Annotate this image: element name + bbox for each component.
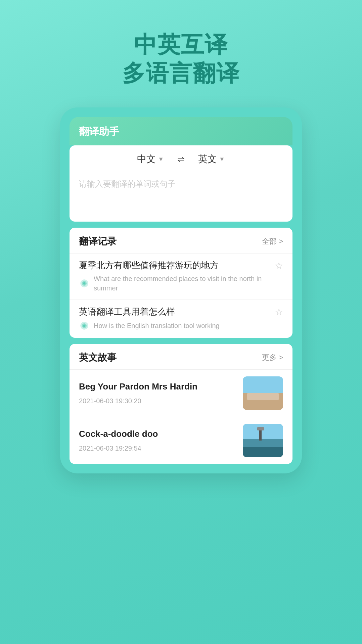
sound-icon-2[interactable] [79, 320, 90, 331]
record-content-1: 夏季北方有哪些值得推荐游玩的地方 What are the recommende… [79, 260, 269, 293]
records-title: 翻译记录 [79, 235, 117, 248]
record-en-row-2: How is the English translation tool work… [79, 320, 269, 331]
story-title-1: Beg Your Pardon Mrs Hardin [79, 381, 236, 392]
phone-frame: 翻译助手 中文 ▼ ⇌ 英文 ▼ 请输入要翻译的单词或句子 翻译记录 全部 > [60, 107, 302, 473]
story-thumbnail-1 [243, 376, 283, 410]
story-item[interactable]: Cock-a-doodle doo 2021-06-03 19:29:54 [70, 417, 292, 464]
record-en-2: How is the English translation tool work… [94, 321, 269, 330]
record-content-2: 英语翻译工具用着怎么样 How is the English translati… [79, 306, 269, 331]
story-item[interactable]: Beg Your Pardon Mrs Hardin 2021-06-03 19… [70, 369, 292, 417]
source-lang-chevron: ▼ [158, 156, 164, 163]
record-en-1: What are the recommended places to visit… [94, 274, 269, 293]
language-bar: 中文 ▼ ⇌ 英文 ▼ [79, 153, 283, 171]
stories-more-button[interactable]: 更多 > [262, 353, 283, 363]
story-info-1: Beg Your Pardon Mrs Hardin 2021-06-03 19… [79, 381, 236, 405]
stories-section: 英文故事 更多 > Beg Your Pardon Mrs Hardin 202… [70, 344, 292, 464]
record-cn-2: 英语翻译工具用着怎么样 [79, 306, 269, 318]
beach-image [243, 376, 283, 410]
favorite-icon-2[interactable]: ☆ [275, 307, 283, 318]
swap-language-button[interactable]: ⇌ [177, 154, 185, 165]
record-cn-1: 夏季北方有哪些值得推荐游玩的地方 [79, 260, 269, 271]
input-placeholder: 请输入要翻译的单词或句子 [79, 179, 176, 188]
translator-card: 中文 ▼ ⇌ 英文 ▼ 请输入要翻译的单词或句子 [70, 145, 292, 222]
records-header: 翻译记录 全部 > [70, 228, 292, 253]
record-item[interactable]: 夏季北方有哪些值得推荐游玩的地方 What are the recommende… [70, 253, 292, 300]
sound-icon-1[interactable] [79, 278, 90, 289]
story-date-2: 2021-06-03 19:29:54 [79, 445, 236, 452]
harbor-image [243, 424, 283, 457]
target-lang-label: 英文 [198, 153, 217, 166]
favorite-icon-1[interactable]: ☆ [275, 260, 283, 271]
source-lang-label: 中文 [137, 153, 156, 166]
target-lang-selector[interactable]: 英文 ▼ [198, 153, 225, 166]
records-section: 翻译记录 全部 > 夏季北方有哪些值得推荐游玩的地方 What are the … [70, 228, 292, 338]
translator-header: 翻译助手 [70, 117, 292, 145]
record-en-row-1: What are the recommended places to visit… [79, 274, 269, 293]
hero-section: 中英互译 多语言翻译 [122, 30, 240, 87]
hero-line2: 多语言翻译 [122, 59, 240, 87]
story-title-2: Cock-a-doodle doo [79, 429, 236, 439]
story-thumbnail-2 [243, 424, 283, 457]
svg-point-5 [83, 325, 86, 327]
translation-input-area[interactable]: 请输入要翻译的单词或句子 [79, 171, 283, 222]
hero-line1: 中英互译 [122, 30, 240, 59]
records-more-button[interactable]: 全部 > [262, 236, 283, 246]
translator-title: 翻译助手 [79, 126, 119, 137]
stories-title: 英文故事 [79, 351, 117, 364]
target-lang-chevron: ▼ [219, 156, 225, 163]
story-date-1: 2021-06-03 19:30:20 [79, 397, 236, 405]
stories-header: 英文故事 更多 > [70, 344, 292, 369]
svg-point-2 [83, 282, 86, 285]
record-item[interactable]: 英语翻译工具用着怎么样 How is the English translati… [70, 300, 292, 338]
story-info-2: Cock-a-doodle doo 2021-06-03 19:29:54 [79, 429, 236, 452]
source-lang-selector[interactable]: 中文 ▼ [137, 153, 164, 166]
